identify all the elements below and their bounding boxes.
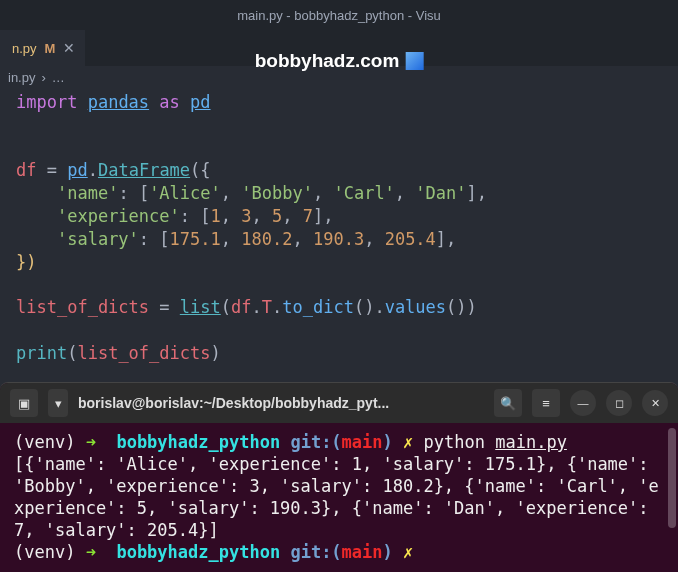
maximize-icon[interactable]: ◻ xyxy=(606,390,632,416)
var-list-of-dicts: list_of_dicts xyxy=(16,297,149,317)
terminal-dropdown-icon[interactable]: ▾ xyxy=(48,389,68,417)
fn-print: print xyxy=(16,343,67,363)
close-icon[interactable]: ✕ xyxy=(642,390,668,416)
var-df: df xyxy=(16,160,36,180)
fn-to-dict: to_dict xyxy=(282,297,354,317)
alias-pd: pd xyxy=(190,92,210,112)
cmd-python: python xyxy=(424,432,485,452)
terminal-new-tab-icon[interactable]: ▣ xyxy=(10,389,38,417)
fn-values: values xyxy=(385,297,446,317)
window-titlebar: main.py - bobbyhadz_python - Visu xyxy=(0,0,678,30)
tab-close-icon[interactable]: ✕ xyxy=(63,40,75,56)
cmd-file: main.py xyxy=(495,432,567,452)
window-title: main.py - bobbyhadz_python - Visu xyxy=(237,8,441,23)
terminal-titlebar: ▣ ▾ borislav@borislav:~/Desktop/bobbyhad… xyxy=(0,383,678,423)
git-branch: main xyxy=(342,432,383,452)
tab-main-py[interactable]: n.py M ✕ xyxy=(0,30,85,66)
search-icon[interactable]: 🔍 xyxy=(494,389,522,417)
keyword-as: as xyxy=(159,92,179,112)
terminal-output: [{'name': 'Alice', 'experience': 1, 'sal… xyxy=(14,454,659,540)
terminal-title: borislav@borislav:~/Desktop/bobbyhadz_py… xyxy=(78,395,484,411)
watermark: bobbyhadz.com xyxy=(255,50,424,72)
tab-modified-indicator: M xyxy=(45,41,56,56)
terminal-scrollbar[interactable] xyxy=(668,428,676,528)
minimize-icon[interactable]: — xyxy=(570,390,596,416)
terminal-panel: ▣ ▾ borislav@borislav:~/Desktop/bobbyhad… xyxy=(0,382,678,572)
git-open: git:( xyxy=(290,432,341,452)
prompt-arrow: ➜ xyxy=(86,432,96,452)
git-dirty-icon: ✗ xyxy=(403,432,413,452)
keyword-import: import xyxy=(16,92,77,112)
fn-dataframe: DataFrame xyxy=(98,160,190,180)
module-pandas: pandas xyxy=(88,92,149,112)
fn-list: list xyxy=(180,297,221,317)
breadcrumb-separator: › xyxy=(41,70,45,85)
cube-icon xyxy=(405,52,423,70)
terminal-body[interactable]: (venv) ➜ bobbyhadz_python git:(main) ✗ p… xyxy=(0,423,678,571)
code-editor[interactable]: import pandas as pd df = pd.DataFrame({ … xyxy=(0,89,678,373)
tab-filename: n.py xyxy=(12,41,37,56)
prompt-dir: bobbyhadz_python xyxy=(116,432,280,452)
breadcrumb-file: in.py xyxy=(8,70,35,85)
watermark-text: bobbyhadz.com xyxy=(255,50,400,72)
op-eq: = xyxy=(47,160,57,180)
git-close: ) xyxy=(383,432,393,452)
menu-icon[interactable]: ≡ xyxy=(532,389,560,417)
breadcrumb-more: … xyxy=(52,70,65,85)
venv-prefix: (venv) xyxy=(14,432,75,452)
ref-pd: pd xyxy=(67,160,87,180)
